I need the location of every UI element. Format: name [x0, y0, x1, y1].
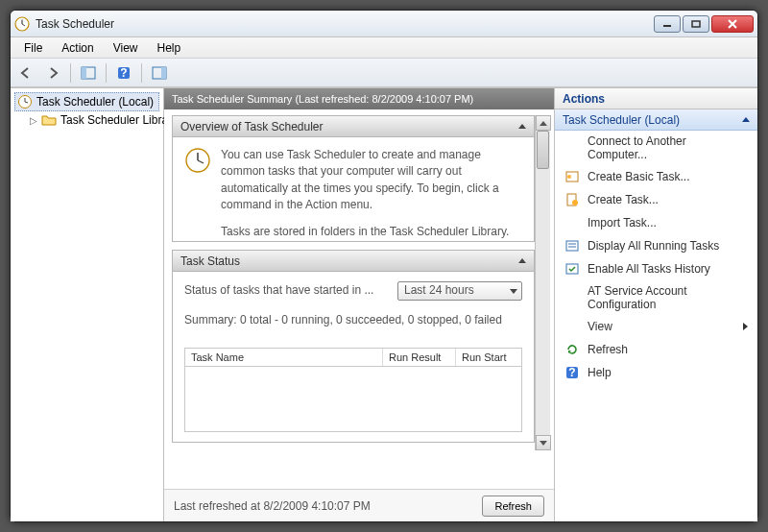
app-icon — [14, 16, 30, 32]
tree-root-label: Task Scheduler (Local) — [36, 95, 154, 109]
menubar: File Action View Help — [11, 37, 757, 59]
svg-rect-12 — [161, 67, 166, 79]
collapse-icon[interactable] — [518, 124, 526, 129]
action-enable-history[interactable]: Enable All Tasks History — [555, 257, 757, 280]
action-label: View — [588, 320, 612, 333]
list-icon — [564, 238, 580, 254]
main-content: Overview of Task Scheduler You can use — [164, 109, 554, 489]
scroll-thumb[interactable] — [537, 131, 549, 169]
collapse-icon[interactable] — [742, 117, 750, 122]
action-view[interactable]: View — [555, 315, 757, 338]
show-hide-tree-button[interactable] — [77, 61, 100, 85]
clock-icon — [184, 147, 211, 174]
svg-point-22 — [572, 200, 578, 206]
action-label: Help — [588, 366, 612, 379]
chevron-down-icon — [510, 289, 517, 294]
status-summary: Summary: 0 total - 0 running, 0 succeede… — [184, 312, 522, 328]
maximize-button[interactable] — [683, 15, 709, 33]
task-status-body: Status of tasks that have started in ...… — [173, 272, 534, 442]
actions-group-header[interactable]: Task Scheduler (Local) — [555, 109, 757, 131]
actions-list: Connect to Another Computer... Create Ba… — [555, 131, 757, 384]
help-button[interactable]: ? — [112, 61, 135, 85]
titlebar[interactable]: Task Scheduler — [11, 11, 757, 37]
action-connect[interactable]: Connect to Another Computer... — [555, 131, 757, 165]
task-status-title: Task Status — [180, 254, 240, 268]
action-create-task[interactable]: Create Task... — [555, 188, 757, 211]
footer: Last refreshed at 8/2/2009 4:10:07 PM Re… — [164, 489, 554, 521]
actions-pane: Actions Task Scheduler (Local) Connect t… — [554, 88, 757, 521]
blank-icon — [564, 290, 580, 305]
overview-panel: Overview of Task Scheduler You can use — [172, 115, 535, 242]
actions-header: Actions — [555, 88, 757, 109]
svg-rect-23 — [566, 241, 578, 251]
scroll-up-button[interactable] — [536, 115, 551, 131]
forward-button[interactable] — [41, 61, 64, 85]
svg-rect-8 — [82, 67, 86, 79]
task-status-panel: Task Status Status of tasks that have st… — [172, 250, 535, 443]
action-create-basic-task[interactable]: Create Basic Task... — [555, 165, 757, 188]
col-run-start[interactable]: Run Start — [456, 349, 521, 366]
close-button[interactable] — [711, 15, 754, 33]
col-task-name[interactable]: Task Name — [185, 349, 383, 366]
menu-help[interactable]: Help — [150, 39, 189, 57]
clock-icon — [17, 94, 33, 109]
refresh-button[interactable]: Refresh — [482, 496, 544, 517]
tree-library[interactable]: ▷ Task Scheduler Library — [28, 111, 159, 129]
tree-root[interactable]: Task Scheduler (Local) — [14, 92, 159, 111]
body: Task Scheduler (Local) ▷ Task Scheduler … — [11, 87, 757, 521]
status-columns: Task Name Run Result Run Start — [184, 348, 522, 367]
action-label: Create Basic Task... — [588, 170, 690, 183]
blank-icon — [564, 319, 580, 334]
scroll-down-button[interactable] — [536, 435, 551, 450]
overview-p2: Tasks are stored in folders in the Task … — [221, 224, 522, 241]
action-label: Enable All Tasks History — [588, 262, 710, 276]
toolbar: ? — [11, 59, 757, 87]
action-refresh[interactable]: Refresh — [555, 338, 757, 361]
chevron-right-icon — [743, 323, 748, 330]
action-label: Import Task... — [588, 216, 657, 230]
svg-text:?: ? — [120, 66, 127, 80]
status-rows[interactable] — [184, 367, 522, 432]
overview-header[interactable]: Overview of Task Scheduler — [173, 116, 534, 137]
started-in-label: Status of tasks that have started in ... — [184, 282, 390, 299]
folder-icon — [41, 112, 57, 128]
action-help[interactable]: ? Help — [555, 361, 757, 384]
menu-file[interactable]: File — [16, 39, 50, 57]
help-icon: ? — [564, 365, 580, 380]
task-icon — [564, 192, 580, 207]
toolbar-separator — [106, 63, 107, 83]
actions-group-label: Task Scheduler (Local) — [563, 113, 680, 127]
wizard-icon — [564, 169, 580, 184]
refresh-icon — [564, 342, 580, 357]
scroll-track[interactable] — [536, 131, 551, 435]
action-label: Display All Running Tasks — [588, 239, 719, 253]
summary-header: Task Scheduler Summary (Last refreshed: … — [164, 88, 554, 109]
tree-pane[interactable]: Task Scheduler (Local) ▷ Task Scheduler … — [11, 88, 164, 521]
menu-view[interactable]: View — [106, 39, 146, 57]
minimize-button[interactable] — [654, 15, 681, 33]
last-refreshed-label: Last refreshed at 8/2/2009 4:10:07 PM — [174, 499, 371, 513]
back-button[interactable] — [14, 61, 37, 85]
blank-icon — [564, 140, 580, 156]
action-at-service[interactable]: AT Service Account Configuration — [555, 280, 757, 315]
period-value: Last 24 hours — [404, 282, 474, 299]
action-label: Create Task... — [588, 193, 659, 206]
overview-p1: You can use Task Scheduler to create and… — [221, 147, 522, 214]
expand-icon[interactable]: ▷ — [30, 115, 37, 126]
action-display-running[interactable]: Display All Running Tasks — [555, 234, 757, 257]
task-status-header[interactable]: Task Status — [173, 251, 534, 272]
collapse-icon[interactable] — [518, 258, 526, 263]
action-label: Refresh — [588, 343, 628, 356]
toolbar-separator — [70, 63, 71, 83]
period-dropdown[interactable]: Last 24 hours — [397, 281, 522, 301]
show-hide-action-button[interactable] — [148, 61, 171, 85]
col-run-result[interactable]: Run Result — [383, 349, 456, 366]
menu-action[interactable]: Action — [54, 39, 101, 57]
overview-body: You can use Task Scheduler to create and… — [173, 137, 534, 241]
action-label: AT Service Account Configuration — [588, 284, 748, 311]
main-scrollbar[interactable] — [535, 115, 550, 450]
action-import-task[interactable]: Import Task... — [555, 211, 757, 234]
main-pane: Task Scheduler Summary (Last refreshed: … — [164, 88, 554, 521]
toolbar-separator — [141, 63, 142, 83]
overview-title: Overview of Task Scheduler — [180, 120, 324, 133]
